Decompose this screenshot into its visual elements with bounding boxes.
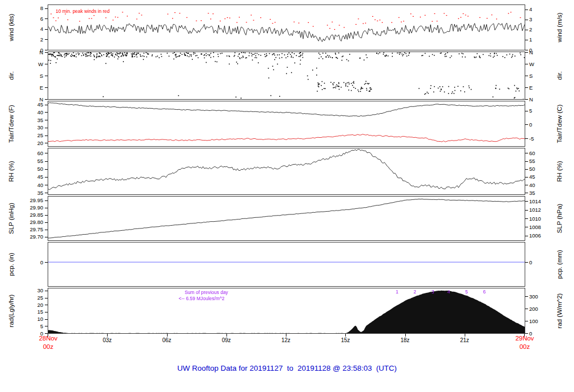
- slp-plot-canvas: [48, 197, 525, 240]
- ytick-left-rad: 25: [0, 295, 43, 301]
- ytick-right-dir: E: [529, 85, 552, 91]
- ytick-mark-right: [525, 210, 528, 211]
- x-start-date-label: 28Nov 00z: [31, 334, 65, 351]
- ytick-left-rh: 40: [0, 182, 43, 188]
- xtick-label: 12z: [275, 337, 297, 343]
- ytick-left-wind: 2: [0, 36, 43, 43]
- ytick-mark-right: [525, 185, 528, 185]
- panel-dir: [48, 52, 525, 100]
- ytick-mark-right: [525, 201, 528, 202]
- ytick-right-rh: 40: [529, 182, 552, 188]
- ytick-mark-right: [525, 262, 528, 263]
- ytick-mark-left: [45, 29, 48, 30]
- xtick-mark: [167, 334, 168, 337]
- ytick-left-rh: 55: [0, 158, 43, 164]
- ytick-mark-right: [525, 76, 528, 76]
- ytick-left-rh: 45: [0, 174, 43, 180]
- chart-title: UW Rooftop Data for 20191127 to 20191128…: [0, 364, 574, 372]
- ytick-mark-right: [525, 30, 528, 30]
- ytick-mark-left: [45, 112, 48, 113]
- dir-plot-canvas: [48, 52, 525, 99]
- xtick-label: 18z: [394, 337, 416, 343]
- ytick-left-wind: 4: [0, 26, 43, 32]
- ytick-mark-right: [525, 124, 528, 125]
- ytick-left-temp: 40: [0, 109, 43, 115]
- ytick-mark-left: [45, 161, 48, 162]
- ytick-mark-right: [525, 296, 528, 297]
- ytick-left-rad: 30: [0, 287, 43, 293]
- ytick-mark-right: [525, 87, 528, 88]
- ylabel-right-slp: SLP (hPa): [556, 196, 563, 241]
- ytick-left-rh: 60: [0, 150, 43, 156]
- ytick-mark-right: [525, 50, 528, 50]
- ytick-right-slp: 1008: [529, 224, 552, 230]
- ytick-left-rh: 35: [0, 190, 43, 196]
- ytick-left-slp: 29.85: [0, 212, 43, 218]
- ytick-left-temp: 25: [0, 132, 43, 138]
- ytick-mark-right: [525, 169, 528, 170]
- ytick-mark-right: [525, 138, 528, 139]
- ytick-mark-left: [45, 136, 48, 136]
- ytick-mark-right: [525, 227, 528, 227]
- ytick-mark-left: [45, 312, 48, 312]
- ytick-mark-left: [45, 143, 48, 143]
- ytick-mark-right: [525, 40, 528, 40]
- ytick-left-slp: 29.95: [0, 197, 43, 203]
- ytick-left-slp: 29.80: [0, 219, 43, 225]
- ytick-mark-left: [45, 193, 48, 193]
- ytick-right-rad: 0: [529, 330, 552, 337]
- ytick-right-rh: 50: [529, 166, 552, 172]
- x-end-date-label: 29Nov 00z: [508, 334, 541, 351]
- ytick-mark-right: [525, 177, 528, 178]
- ytick-left-slp: 29.75: [0, 226, 43, 232]
- ytick-mark-right: [525, 218, 528, 219]
- ytick-right-wind: 3: [529, 16, 552, 22]
- xtick-mark: [345, 334, 346, 337]
- panel-rh: [48, 148, 525, 195]
- ytick-mark-left: [45, 105, 48, 105]
- ytick-mark-left: [45, 76, 48, 76]
- annotation-rad-6: 5: [465, 289, 468, 295]
- ytick-mark-left: [45, 128, 48, 128]
- end-hour: 00z: [508, 343, 541, 351]
- ytick-mark-right: [525, 10, 528, 10]
- panel-slp: [48, 196, 525, 241]
- ytick-mark-left: [45, 230, 48, 230]
- ytick-mark-left: [45, 208, 48, 208]
- ytick-left-rh: 50: [0, 166, 43, 172]
- ytick-mark-left: [45, 120, 48, 120]
- xtick-mark: [465, 334, 465, 337]
- ytick-mark-right: [525, 321, 528, 321]
- ytick-right-dir: N: [529, 49, 552, 55]
- ytick-left-dir: N: [0, 49, 43, 55]
- annotation-rad-7: 6: [483, 289, 486, 295]
- annotation-rad-5: 4: [447, 289, 450, 295]
- ytick-mark-right: [525, 309, 528, 309]
- xtick-mark-end: [524, 334, 525, 337]
- xtick-mark: [286, 334, 286, 337]
- ytick-mark-left: [45, 298, 48, 298]
- ytick-mark-left: [45, 64, 48, 64]
- ytick-mark-left: [45, 177, 48, 178]
- meteogram-figure: 28Nov 00z 29Nov 00z UW Rooftop Data for …: [0, 0, 574, 392]
- ytick-mark-left: [45, 99, 48, 100]
- ytick-mark-left: [45, 222, 48, 223]
- ytick-left-slp: 29.70: [0, 234, 43, 240]
- xtick-mark: [107, 334, 108, 337]
- ytick-right-dir: S: [529, 73, 552, 79]
- xtick-label: 15z: [334, 337, 357, 343]
- panel-wind: [48, 4, 525, 50]
- ytick-right-rh: 45: [529, 174, 552, 180]
- xtick-label: 03z: [96, 337, 118, 343]
- ytick-mark-left: [45, 319, 48, 320]
- ytick-mark-left: [45, 200, 48, 201]
- ytick-right-wind: 2: [529, 26, 552, 32]
- ytick-right-rh: 55: [529, 158, 552, 164]
- ytick-mark-right: [525, 99, 528, 100]
- ytick-right-dir: N: [529, 96, 552, 102]
- ylabel-right-temp: Tair/Tdew (C): [556, 101, 563, 147]
- annotation-rad-1: <-- 6.59 MJoules/m^2: [179, 296, 225, 301]
- ytick-mark-left: [45, 215, 48, 216]
- temp-plot-canvas: [48, 101, 525, 146]
- wind-plot-canvas: [48, 5, 525, 50]
